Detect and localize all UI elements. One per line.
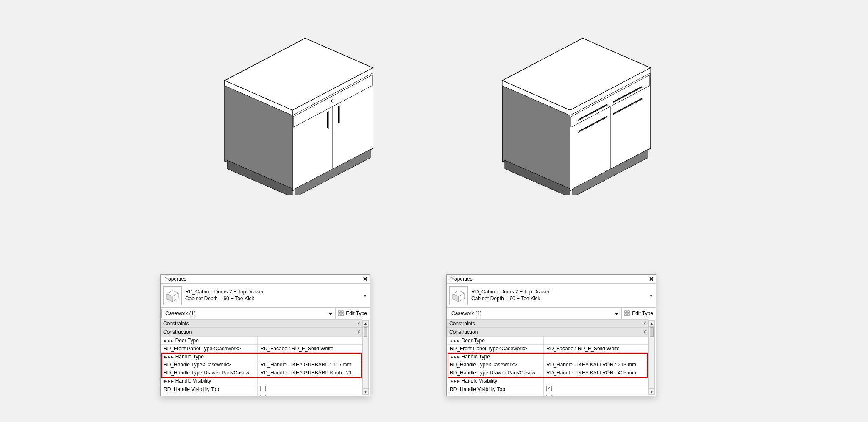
group-constraints[interactable]: Constraints¥ [161, 319, 362, 328]
row-handle-type[interactable]: RD_Handle Type<Casework> RD_Handle - IKE… [447, 361, 648, 369]
edit-type-button[interactable]: Edit Type [621, 308, 656, 319]
svg-rect-34 [339, 311, 340, 313]
svg-rect-35 [342, 311, 343, 313]
row-handle-vis-top[interactable]: RD_Handle Visibility Top [447, 385, 648, 394]
row-handle-vis-top[interactable]: RD_Handle Visibility Top [161, 385, 362, 394]
group-constraints[interactable]: Constraints¥ [447, 319, 648, 328]
svg-rect-41 [625, 311, 626, 313]
family-name: RD_Cabinet Doors 2 + Top Drawer [185, 289, 264, 296]
type-name: Cabinet Depth = 60 + Toe Kick [471, 296, 550, 302]
row-front-panel[interactable]: RD_Front Panel Type<Casework> RD_Facade … [161, 345, 362, 353]
type-thumbnail [163, 286, 182, 305]
checkbox-vis-mid[interactable] [546, 395, 552, 396]
row-handle-type-hdr[interactable]: ►►►Handle Type [447, 353, 648, 361]
scrollbar[interactable]: ▲ ▼ [362, 320, 369, 395]
svg-rect-37 [342, 314, 343, 316]
svg-rect-43 [625, 314, 626, 316]
row-handle-type[interactable]: RD_Handle Type<Casework> RD_Handle - IKE… [161, 361, 362, 369]
row-handle-drawer[interactable]: RD_Handle Type Drawer Part<Casework> RD_… [161, 369, 362, 377]
close-icon[interactable]: ✕ [649, 276, 654, 282]
group-construction[interactable]: Construction¥ [447, 328, 648, 336]
row-handle-vis-mid[interactable]: RD_Handle Visibility Middle [161, 394, 362, 396]
scrollbar[interactable]: ▲ ▼ [648, 320, 655, 395]
category-selector[interactable]: Casework (1) [448, 309, 620, 318]
row-handle-vis-hdr[interactable]: ►►►Handle Visibility [447, 377, 648, 385]
panel-title: Properties [449, 276, 473, 282]
edit-type-button[interactable]: Edit Type [335, 308, 370, 319]
family-name: RD_Cabinet Doors 2 + Top Drawer [471, 289, 550, 296]
checkbox-vis-top[interactable] [546, 386, 552, 391]
type-selector-row[interactable]: RD_Cabinet Doors 2 + Top Drawer Cabinet … [447, 284, 656, 307]
row-handle-type-hdr[interactable]: ►►►Handle Type [161, 353, 362, 361]
close-icon[interactable]: ✕ [363, 276, 368, 282]
group-construction[interactable]: Construction¥ [161, 328, 362, 336]
row-front-panel[interactable]: RD_Front Panel Type<Casework> RD_Facade … [447, 345, 648, 353]
row-handle-vis-mid[interactable]: RD_Handle Visibility Middle [447, 394, 648, 396]
svg-point-6 [331, 100, 334, 102]
properties-panel-left: Properties ✕ RD_Cabinet Doors 2 + Top Dr… [160, 274, 370, 396]
category-selector[interactable]: Casework (1) [161, 309, 334, 318]
row-handle-vis-hdr[interactable]: ►►►Handle Visibility [161, 377, 362, 385]
type-thumbnail [449, 286, 468, 305]
properties-panel-right: Properties ✕ RD_Cabinet Doors 2 + Top Dr… [446, 274, 656, 396]
svg-rect-42 [628, 311, 629, 313]
cabinet-right-3d [494, 34, 659, 196]
svg-rect-44 [628, 314, 629, 316]
checkbox-vis-mid[interactable] [260, 395, 266, 396]
panel-title: Properties [163, 276, 186, 282]
row-door-type[interactable]: ►►►Door Type [447, 337, 648, 345]
svg-rect-36 [339, 314, 340, 316]
row-door-type[interactable]: ►►►Door Type [161, 337, 362, 345]
type-selector-row[interactable]: RD_Cabinet Doors 2 + Top Drawer Cabinet … [161, 284, 370, 307]
type-name: Cabinet Depth = 60 + Toe Kick [185, 296, 264, 302]
type-dropdown-arrow[interactable]: ▾ [362, 290, 368, 302]
type-dropdown-arrow[interactable]: ▾ [648, 290, 654, 302]
cabinet-left-3d [216, 34, 381, 196]
row-handle-drawer[interactable]: RD_Handle Type Drawer Part<Casework> RD_… [447, 369, 648, 377]
checkbox-vis-top[interactable] [260, 386, 266, 391]
